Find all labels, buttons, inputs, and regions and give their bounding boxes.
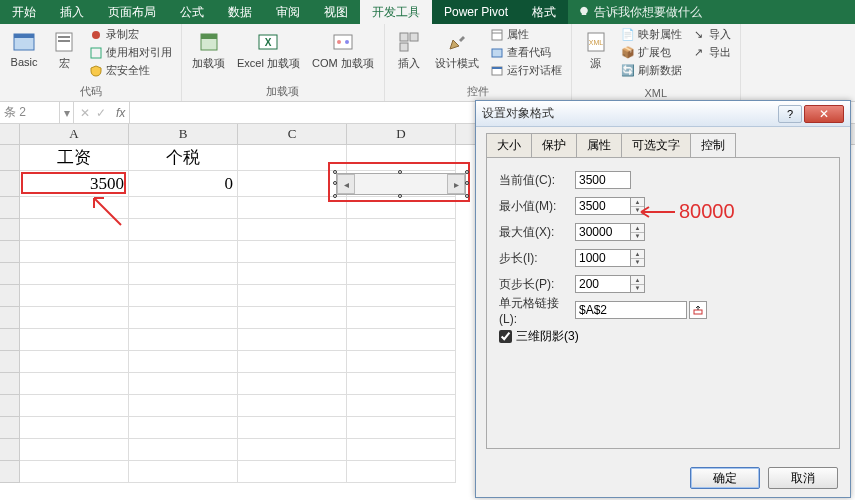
cell[interactable] [238,351,347,373]
row-header-1[interactable] [0,145,20,171]
scrollbar-track[interactable] [355,174,447,194]
resize-handle[interactable] [333,194,337,198]
resize-handle[interactable] [465,170,469,174]
addin-button[interactable]: 加载项 [188,26,229,73]
step-spinner[interactable]: ▲▼ [631,249,645,267]
cell[interactable] [238,241,347,263]
cell-a1[interactable]: 工资 [20,145,129,171]
page-step-spinner[interactable]: ▲▼ [631,275,645,293]
cell[interactable] [129,307,238,329]
row-header[interactable] [0,329,20,351]
cell[interactable] [129,439,238,461]
tell-me-search[interactable]: 告诉我你想要做什么 [568,0,712,24]
cell-b2[interactable]: 0 [129,171,238,197]
dialog-tab-protection[interactable]: 保护 [531,133,577,157]
col-header-a[interactable]: A [20,124,129,144]
com-addin-button[interactable]: COM 加载项 [308,26,378,73]
cell[interactable] [129,373,238,395]
tab-page-layout[interactable]: 页面布局 [96,0,168,24]
dialog-tab-alt-text[interactable]: 可选文字 [621,133,691,157]
name-box-dropdown[interactable]: ▾ [60,102,74,123]
cell[interactable] [20,395,129,417]
dialog-tab-properties[interactable]: 属性 [576,133,622,157]
scrollbar-left-button[interactable]: ◂ [337,174,355,194]
cell[interactable] [238,373,347,395]
view-code-button[interactable]: 查看代码 [487,44,565,61]
cell[interactable] [347,417,456,439]
cell[interactable] [129,219,238,241]
macro-button[interactable]: 宏 [46,26,82,73]
tab-formula[interactable]: 公式 [168,0,216,24]
max-value-spinner[interactable]: ▲▼ [631,223,645,241]
cell[interactable] [238,285,347,307]
cell[interactable] [129,197,238,219]
cell[interactable] [20,285,129,307]
cell[interactable] [347,373,456,395]
cell[interactable] [238,439,347,461]
cancel-fx-icon[interactable]: ✕ [80,106,90,120]
3d-shadow-checkbox[interactable]: 三维阴影(3) [499,328,827,345]
3d-shadow-check-input[interactable] [499,330,512,343]
dialog-titlebar[interactable]: 设置对象格式 ? ✕ [476,101,850,127]
cell[interactable] [129,417,238,439]
resize-handle[interactable] [333,181,337,185]
cell[interactable] [347,329,456,351]
cell-link-input[interactable] [575,301,687,319]
record-macro-button[interactable]: 录制宏 [86,26,175,43]
design-mode-button[interactable]: 设计模式 [431,26,483,73]
visual-basic-button[interactable]: Basic [6,26,42,70]
row-header[interactable] [0,461,20,483]
cell-b1[interactable]: 个税 [129,145,238,171]
resize-handle[interactable] [398,170,402,174]
tab-home[interactable]: 开始 [0,0,48,24]
resize-handle[interactable] [465,194,469,198]
cell[interactable] [129,461,238,483]
refresh-data-button[interactable]: 🔄刷新数据 [618,62,685,79]
cell[interactable] [20,329,129,351]
cell[interactable] [347,439,456,461]
max-value-input[interactable] [575,223,631,241]
map-props-button[interactable]: 📄映射属性 [618,26,685,43]
cell[interactable] [238,395,347,417]
cell[interactable] [129,285,238,307]
name-box[interactable]: 条 2 [0,102,60,123]
tab-data[interactable]: 数据 [216,0,264,24]
cell[interactable] [347,219,456,241]
cell[interactable] [20,263,129,285]
row-header[interactable] [0,241,20,263]
cell[interactable] [20,373,129,395]
row-header[interactable] [0,395,20,417]
cell[interactable] [20,351,129,373]
row-header[interactable] [0,351,20,373]
col-header-d[interactable]: D [347,124,456,144]
row-header[interactable] [0,285,20,307]
col-header-c[interactable]: C [238,124,347,144]
current-value-input[interactable] [575,171,631,189]
dialog-help-button[interactable]: ? [778,105,802,123]
cell[interactable] [238,329,347,351]
cell[interactable] [347,395,456,417]
cell[interactable] [347,263,456,285]
resize-handle[interactable] [398,194,402,198]
min-value-input[interactable] [575,197,631,215]
cell[interactable] [129,329,238,351]
col-header-b[interactable]: B [129,124,238,144]
ok-button[interactable]: 确定 [690,467,760,489]
enter-fx-icon[interactable]: ✓ [96,106,106,120]
import-button[interactable]: ↘导入 [689,26,734,43]
export-button[interactable]: ↗导出 [689,44,734,61]
cell[interactable] [347,307,456,329]
fx-icon[interactable]: fx [112,102,130,123]
select-all-corner[interactable] [0,124,20,144]
properties-button[interactable]: 属性 [487,26,565,43]
cell[interactable] [347,241,456,263]
cell[interactable] [129,263,238,285]
xml-source-button[interactable]: XML源 [578,26,614,73]
cell[interactable] [238,417,347,439]
row-header-2[interactable] [0,171,20,197]
scrollbar-right-button[interactable]: ▸ [447,174,465,194]
run-dialog-button[interactable]: 运行对话框 [487,62,565,79]
cell[interactable] [238,307,347,329]
row-header[interactable] [0,197,20,219]
cell[interactable] [347,285,456,307]
